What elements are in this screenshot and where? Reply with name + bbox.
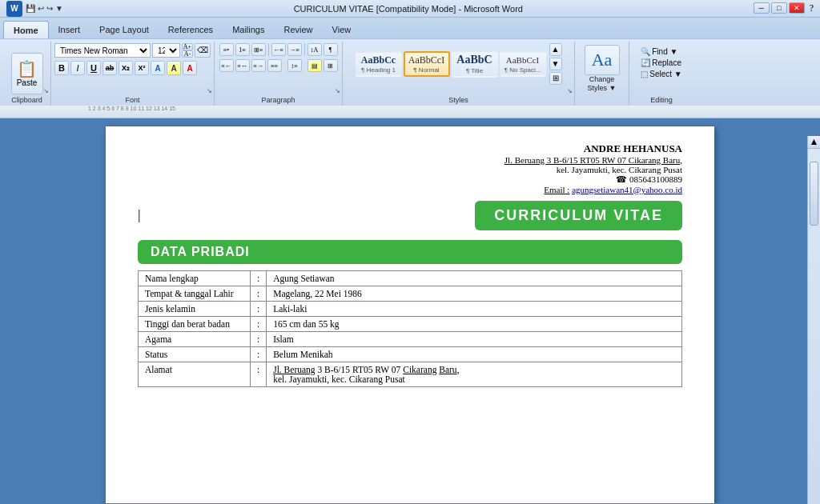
align-right-button[interactable]: ≡→	[251, 59, 266, 72]
borders-button[interactable]: ⊞	[324, 59, 338, 72]
nospacing-label: ¶ No Spaci...	[504, 66, 541, 74]
tab-references[interactable]: References	[159, 21, 223, 38]
find-button[interactable]: 🔍 Find ▼	[639, 46, 683, 57]
bold-button[interactable]: B	[54, 61, 69, 75]
strikethrough-button[interactable]: ab	[102, 61, 117, 75]
tab-home[interactable]: Home	[3, 21, 49, 38]
increase-font-size-button[interactable]: A+	[182, 43, 193, 50]
scrollbar-thumb[interactable]	[810, 162, 818, 226]
styles-up-button[interactable]: ▲	[549, 43, 562, 56]
undo-icon[interactable]: ↩	[38, 4, 44, 13]
tab-review[interactable]: Review	[274, 21, 322, 38]
subscript-button[interactable]: X₂	[119, 61, 133, 75]
close-button[interactable]: ✕	[789, 2, 805, 14]
font-format-row: B I U ab X₂ X² A A A	[54, 61, 211, 75]
field-label-jk: Jenis kelamin	[139, 301, 251, 316]
clipboard-tools: 📋 Paste	[11, 43, 43, 104]
multilevel-list-button[interactable]: ⊞≡	[251, 43, 266, 56]
tab-insert[interactable]: Insert	[49, 21, 90, 38]
field-value-tinggi: 165 cm dan 55 kg	[267, 316, 682, 331]
numbering-button[interactable]: 1≡	[235, 43, 250, 56]
font-name-select[interactable]: Times New Roman	[54, 43, 151, 58]
paragraph-group: ≡• 1≡ ⊞≡ ←≡ →≡ ↕A ¶ ≡← ≡↔ ≡→ ≡≡ ↕≡ ▤ ⊞	[215, 42, 343, 106]
style-no-spacing[interactable]: AaBbCcI ¶ No Spaci...	[500, 51, 546, 77]
window-controls: ─ □ ✕ ?	[754, 2, 814, 14]
scrollbar-up-button[interactable]: ▲	[808, 136, 820, 149]
alamat-baru: Baru	[439, 365, 456, 374]
text-effects-button[interactable]: A	[151, 61, 165, 75]
tab-mailings[interactable]: Mailings	[223, 21, 274, 38]
styles-down-button[interactable]: ▼	[549, 58, 562, 70]
title-bar: W 💾 ↩ ↪ ▼ CURICULUM VITAE [Compatibility…	[0, 0, 820, 18]
clear-formatting-button[interactable]: ⌫	[195, 43, 211, 58]
document-area: ANDRE HEHANUSA Jl. Beruang 3 B-6/15 RT05…	[0, 118, 820, 503]
minimize-button[interactable]: ─	[754, 2, 770, 14]
field-value-alamat: Jl. Beruang 3 B-6/15 RT05 RW 07 Cikarang…	[267, 362, 682, 386]
align-center-button[interactable]: ≡↔	[235, 59, 250, 72]
superscript-button[interactable]: X²	[135, 61, 149, 75]
cv-data-table: Nama lengkap : Agung Setiawan Tempat & t…	[138, 270, 682, 387]
clipboard-expand-icon[interactable]: ↘	[43, 87, 49, 94]
styles-expand-icon[interactable]: ↘	[567, 87, 573, 94]
field-label-ttl: Tempat & tanggal Lahir	[139, 286, 251, 301]
replace-label: Replace	[652, 58, 681, 67]
decrease-indent-button[interactable]: ←≡	[271, 43, 286, 56]
paragraph-expand-icon[interactable]: ↘	[335, 87, 340, 94]
sort-button[interactable]: ↕A	[308, 43, 322, 56]
decrease-font-size-button[interactable]: A-	[182, 50, 193, 58]
table-row: Tempat & tanggal Lahir : Magelang, 22 Me…	[139, 286, 682, 301]
tab-page-layout[interactable]: Page Layout	[90, 21, 159, 38]
cv-title-box: CURRICULUM VITAE	[475, 201, 682, 230]
save-icon[interactable]: 💾	[26, 4, 35, 13]
help-icon[interactable]: ?	[810, 2, 814, 14]
tab-view[interactable]: View	[323, 21, 361, 38]
line-spacing-button[interactable]: ↕≡	[287, 59, 302, 72]
change-styles-group: Aa ChangeStyles ▼ .	[575, 42, 629, 106]
change-styles-icon: Aa	[592, 50, 613, 70]
document-wrapper: ANDRE HEHANUSA Jl. Beruang 3 B-6/15 RT05…	[0, 118, 820, 503]
font-name-row: Times New Roman 12 A+ A- ⌫	[54, 43, 211, 58]
replace-icon: 🔄	[641, 58, 650, 67]
table-row: Tinggi dan berat badan : 165 cm dan 55 k…	[139, 316, 682, 331]
style-normal[interactable]: AaBbCcI ¶ Normal	[404, 51, 450, 77]
alamat-city: Cikarang	[403, 365, 436, 374]
font-expand-icon[interactable]: ↘	[207, 87, 212, 94]
shading-button[interactable]: ▤	[308, 59, 322, 72]
font-size-buttons: A+ A-	[182, 43, 193, 58]
justify-button[interactable]: ≡≡	[267, 59, 282, 72]
redo-icon[interactable]: ↪	[46, 4, 53, 13]
show-formatting-button[interactable]: ¶	[324, 43, 338, 56]
ribbon-content: 📋 Paste Clipboard ↘ Times New Roman 12 A…	[0, 38, 820, 106]
align-left-button[interactable]: ≡←	[219, 59, 234, 72]
italic-button[interactable]: I	[70, 61, 85, 75]
clipboard-label: Clipboard	[3, 96, 50, 104]
ruler-marks: 1 2 3 4 5 6 7 8 9 10 11 12 13 14 15	[88, 106, 732, 118]
replace-button[interactable]: 🔄 Replace	[639, 58, 683, 68]
ribbon-tab-bar: Home Insert Page Layout References Maili…	[0, 18, 820, 38]
underline-button[interactable]: U	[86, 61, 101, 75]
customize-icon[interactable]: ▼	[55, 4, 63, 13]
table-row: Alamat : Jl. Beruang 3 B-6/15 RT05 RW 07…	[139, 362, 682, 386]
title-bar-left: W 💾 ↩ ↪ ▼	[6, 1, 63, 17]
bullets-button[interactable]: ≡•	[219, 43, 234, 56]
increase-indent-button[interactable]: →≡	[287, 43, 302, 56]
vertical-scrollbar[interactable]: ▲ ▼	[807, 136, 820, 504]
paste-label: Paste	[17, 78, 38, 87]
change-styles-button[interactable]: Aa ChangeStyles ▼	[581, 43, 623, 94]
alamat-street: Jl. Beruang	[273, 365, 315, 374]
normal-preview: AaBbCcI	[408, 54, 444, 66]
heading1-preview: AaBbCc	[361, 54, 396, 66]
styles-more-button[interactable]: ⊞	[549, 72, 562, 85]
font-size-select[interactable]: 12	[152, 43, 180, 58]
font-color-button[interactable]: A	[183, 61, 197, 75]
style-heading1[interactable]: AaBbCc ¶ Heading 1	[356, 51, 402, 77]
styles-label: Styles	[343, 96, 574, 104]
highlight-color-button[interactable]: A	[167, 61, 181, 75]
field-label-alamat: Alamat	[139, 362, 251, 386]
maximize-button[interactable]: □	[771, 2, 787, 14]
style-title[interactable]: AaBbC ¶ Title	[452, 50, 498, 78]
select-button[interactable]: ⬚ Select ▼	[639, 69, 683, 79]
field-value-namalengkap: Agung Setiawan	[267, 270, 682, 286]
styles-group: AaBbCc ¶ Heading 1 AaBbCcI ¶ Normal AaBb…	[343, 42, 575, 106]
paste-button[interactable]: 📋 Paste	[11, 53, 43, 94]
